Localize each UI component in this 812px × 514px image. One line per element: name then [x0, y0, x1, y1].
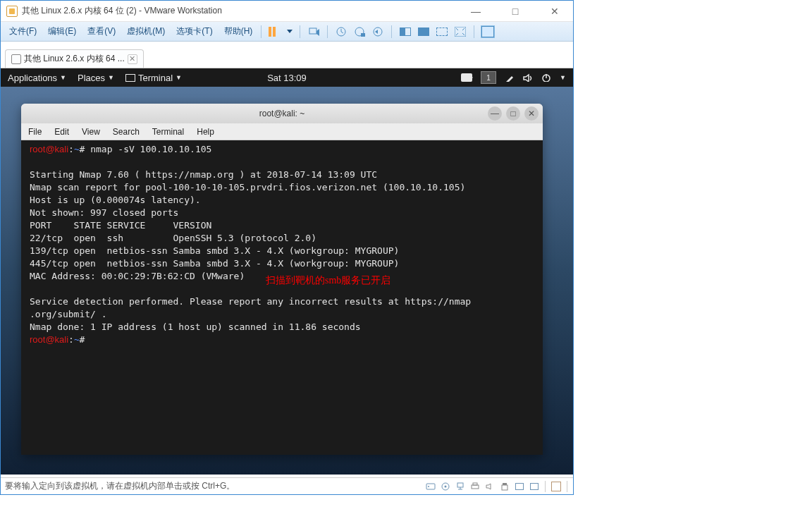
svg-rect-8 — [426, 484, 435, 489]
power-icon[interactable] — [541, 73, 551, 82]
status-text: 要将输入定向到该虚拟机，请在虚拟机内部单击或按 Ctrl+G。 — [5, 480, 425, 492]
svg-rect-3 — [361, 33, 365, 37]
tab-vm-icon — [11, 54, 21, 64]
tab-bar: 其他 Linux 2.6.x 内核 64 ... ✕ — [1, 42, 573, 68]
sound-icon[interactable] — [484, 481, 496, 492]
pause-button[interactable] — [266, 25, 278, 38]
terminal-menu-search[interactable]: Search — [113, 127, 140, 137]
terminal-titlebar[interactable]: root@kali: ~ — □ ✕ — [21, 104, 543, 123]
snapshot-button[interactable] — [335, 25, 347, 38]
maximize-button[interactable]: □ — [503, 4, 528, 19]
terminal-menu-edit[interactable]: Edit — [54, 127, 69, 137]
menu-view[interactable]: 查看(V) — [83, 23, 120, 39]
terminal-app-menu[interactable]: Terminal▼ — [125, 73, 182, 83]
clock[interactable]: Sat 13:09 — [267, 73, 307, 83]
svg-rect-14 — [473, 483, 477, 485]
terminal-menubar: File Edit View Search Terminal Help — [21, 123, 543, 140]
terminal-icon — [125, 74, 135, 82]
minimize-button[interactable]: — — [463, 4, 488, 19]
printer-icon[interactable] — [469, 481, 481, 492]
send-ctrl-alt-del-button[interactable] — [307, 25, 320, 38]
svg-rect-13 — [472, 485, 479, 489]
snapshot-manager-button[interactable] — [353, 25, 366, 38]
status-bar: 要将输入定向到该虚拟机，请在虚拟机内部单击或按 Ctrl+G。 — [1, 477, 573, 494]
close-button[interactable]: ✕ — [542, 4, 567, 19]
terminal-close-button[interactable]: ✕ — [524, 106, 539, 121]
terminal-menu-terminal[interactable]: Terminal — [152, 127, 184, 137]
terminal-output[interactable]: root@kali:~# nmap -sV 100.10.10.105 Star… — [21, 140, 543, 455]
svg-point-11 — [445, 485, 447, 487]
tab-label: 其他 Linux 2.6.x 内核 64 ... — [24, 53, 125, 65]
menu-help[interactable]: 帮助(H) — [220, 23, 257, 39]
cd-icon[interactable] — [440, 481, 451, 492]
vmware-window: 其他 Linux 2.6.x 内核 64 位 (2) - VMware Work… — [0, 0, 574, 495]
terminal-minimize-button[interactable]: — — [488, 106, 502, 121]
guest-screen[interactable]: Applications▼ Places▼ Terminal▼ Sat 13:0… — [1, 68, 573, 475]
usb-icon[interactable] — [499, 481, 510, 492]
terminal-menu-help[interactable]: Help — [197, 127, 214, 137]
tab-active[interactable]: 其他 Linux 2.6.x 内核 64 ... ✕ — [5, 49, 144, 68]
system-dropdown-icon[interactable]: ▼ — [560, 74, 566, 81]
screencast-icon[interactable] — [461, 73, 472, 82]
view-stretch-button[interactable] — [417, 25, 430, 38]
view-fit-button[interactable] — [436, 25, 448, 38]
terminal-menu-file[interactable]: File — [28, 127, 42, 137]
brush-icon[interactable] — [505, 73, 515, 82]
gnome-top-bar: Applications▼ Places▼ Terminal▼ Sat 13:0… — [1, 68, 573, 87]
power-dropdown[interactable] — [287, 30, 293, 33]
svg-point-9 — [428, 486, 429, 487]
menu-tabs[interactable]: 选项卡(T) — [172, 23, 216, 39]
network-icon[interactable] — [455, 481, 466, 492]
svg-rect-16 — [502, 485, 508, 490]
terminal-menu-view[interactable]: View — [82, 127, 100, 137]
title-bar: 其他 Linux 2.6.x 内核 64 位 (2) - VMware Work… — [1, 1, 573, 22]
vmware-menubar: 文件(F) 编辑(E) 查看(V) 虚拟机(M) 选项卡(T) 帮助(H) — [1, 22, 573, 42]
svg-rect-12 — [457, 483, 463, 487]
terminal-title: root@kali: ~ — [259, 109, 305, 118]
display2-icon[interactable] — [529, 481, 540, 492]
revert-snapshot-button[interactable] — [371, 25, 384, 38]
menu-edit[interactable]: 编辑(E) — [44, 23, 80, 39]
window-title: 其他 Linux 2.6.x 内核 64 位 (2) - VMware Work… — [22, 5, 463, 17]
fullscreen-button[interactable] — [454, 25, 467, 38]
terminal-window: root@kali: ~ — □ ✕ File Edit View Search… — [21, 104, 543, 455]
disk-icon[interactable] — [425, 481, 436, 492]
applications-menu[interactable]: Applications▼ — [8, 73, 66, 83]
menu-file[interactable]: 文件(F) — [5, 23, 41, 39]
svg-rect-0 — [309, 28, 316, 34]
display-icon[interactable] — [514, 481, 525, 492]
view-console-button[interactable] — [399, 25, 412, 38]
annotation-text: 扫描到靶机的smb服务已开启 — [266, 274, 390, 287]
tab-close-button[interactable]: ✕ — [128, 54, 137, 64]
message-icon[interactable] — [550, 481, 562, 492]
places-menu[interactable]: Places▼ — [78, 73, 114, 83]
menu-vm[interactable]: 虚拟机(M) — [123, 23, 169, 39]
terminal-maximize-button[interactable]: □ — [506, 106, 520, 121]
unity-button[interactable] — [481, 25, 494, 38]
volume-icon[interactable] — [523, 73, 533, 82]
workspace-indicator[interactable]: 1 — [481, 71, 496, 84]
vmware-icon — [6, 6, 18, 17]
